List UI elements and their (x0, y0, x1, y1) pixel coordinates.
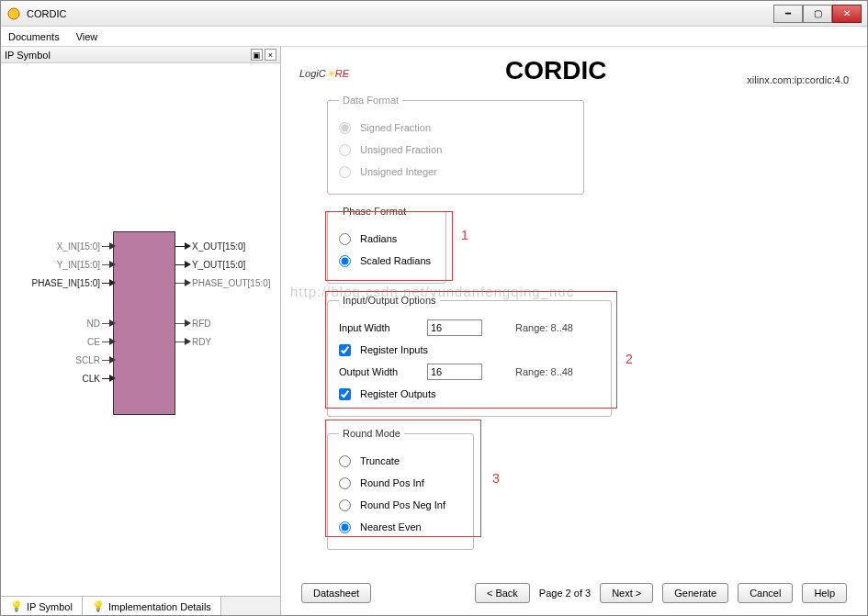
radio-round-pos-inf[interactable] (339, 477, 351, 489)
port-y-in: Y_IN[15:0] (27, 260, 100, 270)
port-phase-out: PHASE_OUT[15:0] (192, 278, 271, 288)
ip-block (113, 231, 175, 415)
tab-ip-symbol[interactable]: 💡IP Symbol (1, 597, 83, 616)
title-bar: CORDIC ━ ▢ ✕ (1, 1, 867, 27)
radio-unsigned-fraction (339, 144, 351, 156)
bulb-icon: 💡 (92, 600, 105, 612)
port-phase-in: PHASE_IN[15:0] (12, 278, 100, 288)
cancel-button[interactable]: Cancel (738, 583, 793, 603)
phase-format-legend: Phase Format (339, 206, 410, 217)
radio-round-pos-neg-inf[interactable] (339, 499, 351, 511)
header-row: LogiC☀RE CORDIC xilinx.com:ip:cordic:4.0 (299, 56, 849, 85)
io-options-legend: Input/Output Options (339, 295, 440, 306)
annotation-num-2: 2 (626, 352, 633, 366)
port-clk: CLK (56, 374, 100, 384)
menu-documents[interactable]: Documents (8, 31, 60, 42)
annotation-num-1: 1 (461, 228, 468, 242)
tab-implementation-details[interactable]: 💡Implementation Details (83, 597, 221, 616)
form-area: http://blog.csdn.net/yundanfengqing_nuc … (299, 95, 849, 579)
checkbox-register-outputs[interactable] (339, 388, 351, 400)
input-width-range: Range: 8..48 (515, 322, 573, 333)
logicore-logo: LogiC☀RE (299, 61, 349, 82)
port-sclr: SCLR (56, 355, 100, 365)
menu-view[interactable]: View (76, 31, 98, 42)
next-button[interactable]: Next > (600, 583, 653, 603)
window-title: CORDIC (27, 8, 66, 19)
page-title: CORDIC (505, 56, 606, 85)
ip-symbol-panel: IP Symbol ▣ × X_IN[15:0] Y_IN[15:0] PHAS… (1, 47, 281, 616)
symbol-diagram: X_IN[15:0] Y_IN[15:0] PHASE_IN[15:0] ND … (1, 63, 280, 596)
radio-scaled-radians[interactable] (339, 255, 351, 267)
button-bar: Datasheet < Back Page 2 of 3 Next > Gene… (299, 579, 849, 607)
checkbox-register-inputs[interactable] (339, 344, 351, 356)
port-ce: CE (56, 337, 100, 347)
output-width-label: Output Width (339, 366, 422, 377)
data-format-group: Data Format Signed Fraction Unsigned Fra… (327, 95, 584, 195)
left-tabs: 💡IP Symbol 💡Implementation Details (1, 596, 280, 616)
maximize-button[interactable]: ▢ (803, 5, 832, 23)
svg-point-0 (8, 8, 19, 19)
round-mode-legend: Round Mode (339, 428, 404, 439)
help-button[interactable]: Help (802, 583, 847, 603)
body-area: IP Symbol ▣ × X_IN[15:0] Y_IN[15:0] PHAS… (1, 47, 867, 616)
menu-bar: Documents View (1, 27, 867, 47)
bulb-icon: 💡 (10, 600, 23, 612)
datasheet-button[interactable]: Datasheet (301, 583, 371, 603)
port-rfd: RFD (192, 319, 211, 329)
radio-signed-fraction (339, 122, 351, 134)
phase-format-group: Phase Format Radians Scaled Radians (327, 206, 446, 284)
port-nd: ND (56, 319, 100, 329)
data-format-legend: Data Format (339, 95, 402, 106)
port-rdy: RDY (192, 337, 211, 347)
undock-icon[interactable]: ▣ (251, 49, 263, 61)
panel-close-icon[interactable]: × (265, 49, 276, 61)
output-width-field[interactable] (427, 364, 482, 380)
input-width-field[interactable] (427, 319, 482, 336)
io-options-group: Input/Output Options Input Width Range: … (327, 295, 612, 417)
port-y-out: Y_OUT[15:0] (192, 260, 245, 270)
sun-icon: ☀ (326, 68, 335, 79)
window-controls: ━ ▢ ✕ (773, 5, 862, 23)
panel-title: IP Symbol (5, 50, 51, 61)
close-button[interactable]: ✕ (832, 5, 862, 23)
page-indicator: Page 2 of 3 (539, 588, 591, 599)
radio-unsigned-integer (339, 166, 351, 178)
round-mode-group: Round Mode Truncate Round Pos Inf Round … (327, 428, 474, 550)
config-pane: LogiC☀RE CORDIC xilinx.com:ip:cordic:4.0… (281, 47, 867, 616)
panel-header: IP Symbol ▣ × (1, 47, 280, 63)
ip-identifier: xilinx.com:ip:cordic:4.0 (747, 74, 849, 85)
input-width-label: Input Width (339, 322, 422, 333)
back-button[interactable]: < Back (475, 583, 530, 603)
output-width-range: Range: 8..48 (515, 366, 573, 377)
app-icon (6, 6, 21, 21)
generate-button[interactable]: Generate (662, 583, 728, 603)
radio-radians[interactable] (339, 233, 351, 245)
annotation-num-3: 3 (492, 471, 500, 486)
port-x-in: X_IN[15:0] (27, 241, 100, 252)
minimize-button[interactable]: ━ (773, 5, 803, 23)
radio-nearest-even[interactable] (339, 521, 351, 533)
radio-truncate[interactable] (339, 455, 351, 467)
port-x-out: X_OUT[15:0] (192, 241, 245, 252)
